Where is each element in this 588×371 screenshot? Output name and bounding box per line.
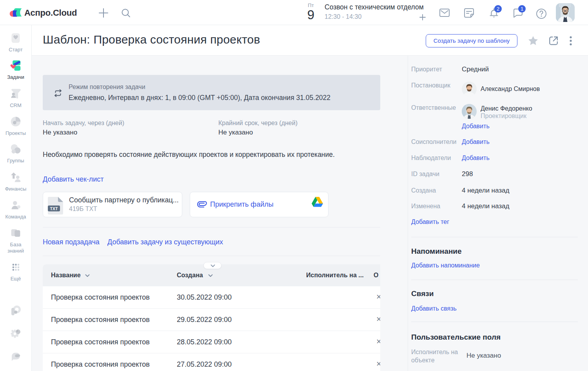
svg-text:TXT: TXT xyxy=(50,206,58,211)
